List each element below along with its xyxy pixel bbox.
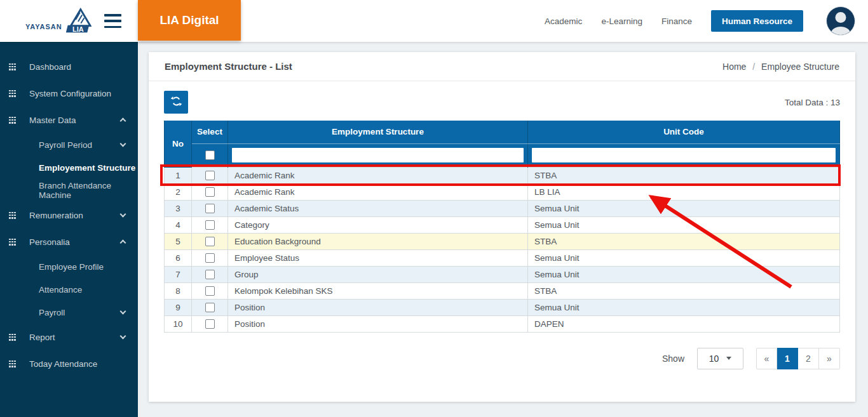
unit-filter-input[interactable] bbox=[532, 148, 836, 162]
sidebar-item-remuneration[interactable]: Remuneration bbox=[0, 202, 138, 228]
row-unit-code: STBA bbox=[528, 233, 840, 249]
page-size-select[interactable]: 10 bbox=[697, 348, 743, 369]
table-row[interactable]: 3Academic StatusSemua Unit bbox=[165, 200, 840, 216]
row-number: 2 bbox=[165, 183, 192, 200]
refresh-button[interactable] bbox=[164, 91, 188, 114]
nav-human-resource[interactable]: Human Resource bbox=[711, 10, 803, 32]
sidebar-subitem-employement-structure[interactable]: Employement Structure bbox=[0, 156, 138, 179]
row-checkbox[interactable] bbox=[205, 171, 215, 180]
total-data-label: Total Data : 13 bbox=[785, 98, 840, 107]
sidebar-item-personalia[interactable]: Personalia bbox=[0, 228, 138, 255]
row-unit-code: STBA bbox=[528, 282, 840, 299]
sidebar-subitem-branch-attendance-machine[interactable]: Branch Attendance Machine bbox=[0, 179, 138, 202]
sidebar-item-dashboard[interactable]: Dashboard bbox=[0, 53, 138, 80]
sidebar-subitem-payroll-period[interactable]: Payroll Period bbox=[0, 133, 138, 156]
table-row[interactable]: 5Education BackgroundSTBA bbox=[165, 233, 840, 249]
page-next-button[interactable]: » bbox=[819, 348, 840, 369]
breadcrumb-home-link[interactable]: Home bbox=[722, 62, 746, 72]
row-number: 6 bbox=[165, 249, 192, 266]
row-number: 1 bbox=[165, 167, 192, 183]
top-nav: Academice-LearningFinanceHuman Resource bbox=[545, 10, 826, 32]
row-checkbox[interactable] bbox=[205, 303, 215, 312]
page-1-button[interactable]: 1 bbox=[777, 348, 798, 369]
row-select-cell bbox=[192, 200, 228, 216]
logo-text: YAYASAN bbox=[25, 23, 62, 30]
row-select-cell bbox=[192, 266, 228, 282]
sidebar-item-today-attendance[interactable]: Today Attendance bbox=[0, 350, 138, 377]
row-employment-structure: Academic Rank bbox=[228, 167, 528, 183]
sidebar-item-master-data[interactable]: Master Data bbox=[0, 107, 138, 133]
structure-filter-input[interactable] bbox=[232, 148, 524, 162]
row-unit-code: Semua Unit bbox=[528, 200, 840, 216]
row-checkbox[interactable] bbox=[205, 270, 215, 279]
table-row[interactable]: 9PositionSemua Unit bbox=[165, 299, 840, 315]
nav-academic[interactable]: Academic bbox=[545, 17, 582, 26]
chevron-up-icon bbox=[120, 240, 126, 246]
sidebar-subitem-payroll[interactable]: Payroll bbox=[0, 301, 138, 324]
grid-icon bbox=[9, 117, 16, 124]
row-checkbox[interactable] bbox=[205, 319, 215, 329]
grid-icon bbox=[9, 239, 16, 246]
row-select-cell bbox=[192, 299, 228, 315]
sidebar-subitem-label: Branch Attendance Machine bbox=[39, 181, 138, 200]
unit-filter-cell bbox=[528, 143, 840, 167]
row-unit-code: Semua Unit bbox=[528, 249, 840, 266]
avatar-head-icon bbox=[836, 12, 846, 23]
toolbar: Total Data : 13 bbox=[164, 91, 840, 114]
table-row[interactable]: 7GroupSemua Unit bbox=[165, 266, 840, 282]
page-2-button[interactable]: 2 bbox=[798, 348, 819, 369]
row-select-cell bbox=[192, 282, 228, 299]
table-row[interactable]: 4CategorySemua Unit bbox=[165, 216, 840, 233]
row-number: 3 bbox=[165, 200, 192, 216]
select-all-checkbox[interactable] bbox=[205, 150, 215, 160]
row-checkbox[interactable] bbox=[205, 253, 215, 263]
table-row[interactable]: 6Employee StatusSemua Unit bbox=[165, 249, 840, 266]
app-brand[interactable]: LIA Digital bbox=[138, 0, 241, 41]
row-employment-structure: Position bbox=[228, 315, 528, 332]
row-employment-structure: Academic Status bbox=[228, 200, 528, 216]
nav-e-learning[interactable]: e-Learning bbox=[601, 17, 642, 26]
row-select-cell bbox=[192, 249, 228, 266]
table-row[interactable]: 8Kelompok Kelebihan SKSSTBA bbox=[165, 282, 840, 299]
refresh-icon bbox=[170, 95, 182, 109]
sidebar-subitem-attendance[interactable]: Attendance bbox=[0, 278, 138, 301]
row-unit-code: Semua Unit bbox=[528, 299, 840, 315]
col-header-unit: Unit Code bbox=[528, 121, 840, 143]
row-employment-structure: Group bbox=[228, 266, 528, 282]
chevron-down-icon bbox=[120, 141, 126, 147]
sidebar-subitem-label: Attendance bbox=[39, 285, 82, 295]
row-number: 10 bbox=[165, 315, 192, 332]
row-employment-structure: Category bbox=[228, 216, 528, 233]
menu-icon[interactable] bbox=[104, 14, 121, 28]
sidebar-item-report[interactable]: Report bbox=[0, 324, 138, 350]
sidebar-item-label: Master Data bbox=[29, 116, 76, 125]
row-checkbox[interactable] bbox=[205, 220, 215, 230]
table-row[interactable]: 10PositionDAPEN bbox=[165, 315, 840, 332]
employment-structure-table: No Select Employment Structure Unit Code bbox=[164, 121, 840, 333]
page-prev-button[interactable]: « bbox=[756, 348, 777, 369]
row-select-cell bbox=[192, 167, 228, 183]
chevron-up-icon bbox=[120, 118, 126, 124]
row-checkbox[interactable] bbox=[205, 204, 215, 213]
sidebar-subitem-employee-profile[interactable]: Employee Profile bbox=[0, 255, 138, 278]
row-unit-code: Semua Unit bbox=[528, 216, 840, 233]
row-unit-code: STBA bbox=[528, 167, 840, 183]
row-checkbox[interactable] bbox=[205, 237, 215, 246]
sidebar-item-label: Personalia bbox=[29, 237, 70, 247]
grid-icon bbox=[9, 334, 16, 341]
company-logo[interactable]: YAYASAN LIA bbox=[25, 8, 92, 37]
user-avatar[interactable] bbox=[826, 6, 855, 36]
col-header-no: No bbox=[165, 121, 192, 167]
top-bar: YAYASAN LIA LIA Digital Academice-Learni… bbox=[0, 0, 868, 42]
table-row[interactable]: 2Academic RankLB LIA bbox=[165, 183, 840, 200]
logo-block: YAYASAN LIA bbox=[0, 0, 138, 42]
table-row[interactable]: 1Academic RankSTBA bbox=[165, 167, 840, 183]
sidebar-subitem-label: Payroll bbox=[39, 308, 65, 317]
nav-finance[interactable]: Finance bbox=[661, 17, 692, 26]
row-unit-code: Semua Unit bbox=[528, 266, 840, 282]
row-checkbox[interactable] bbox=[205, 286, 215, 296]
card-body: Total Data : 13 No Select Employment Str… bbox=[149, 81, 855, 369]
row-checkbox[interactable] bbox=[205, 187, 215, 197]
sidebar-item-system-configuration[interactable]: System Configuration bbox=[0, 80, 138, 107]
grid-icon bbox=[9, 212, 16, 219]
